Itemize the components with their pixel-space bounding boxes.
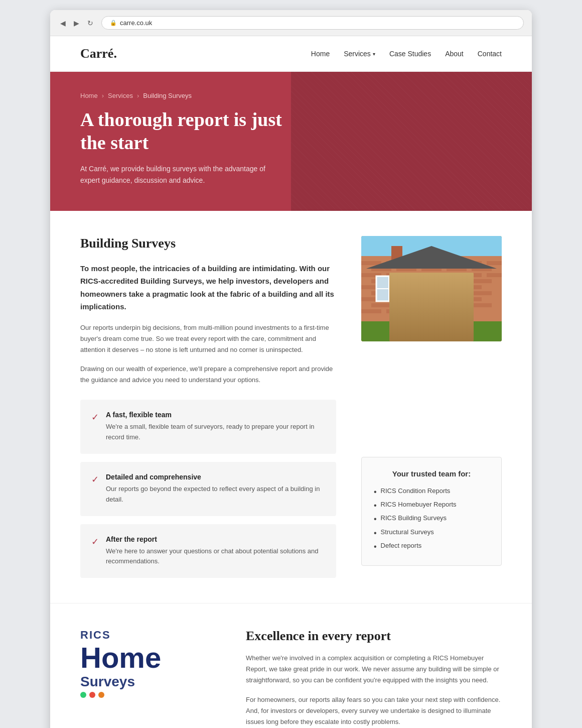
svg-rect-43 (447, 303, 467, 307)
breadcrumb-sep-1: › (102, 92, 104, 99)
feature-card-1-title: A fast, flexible team (106, 411, 325, 419)
svg-rect-27 (411, 285, 431, 289)
page-content: Carré. Home Services ▾ Case Studies Abou… (50, 36, 532, 728)
svg-rect-17 (436, 273, 457, 277)
svg-rect-34 (472, 291, 492, 295)
svg-rect-40 (371, 303, 391, 307)
rics-para2: For homeowners, our reports allay fears … (246, 694, 502, 727)
rics-para1: Whether we're involved in a complex acqu… (246, 653, 502, 686)
breadcrumb-sep-2: › (137, 92, 139, 99)
svg-rect-26 (386, 285, 406, 289)
svg-rect-31 (396, 291, 416, 295)
browser-window: ◀ ▶ ↻ 🔒 carre.co.uk Carré. Home Services… (50, 10, 532, 728)
rics-logo: RICS Home Surveys (80, 629, 221, 698)
feature-card-1-text: We're a small, flexible team of surveyor… (106, 422, 325, 443)
check-icon-1: ✓ (91, 412, 99, 443)
rics-content: Excellence in every report Whether we're… (246, 629, 502, 728)
svg-rect-32 (421, 291, 442, 295)
feature-card-3-title: After the report (106, 535, 325, 543)
svg-rect-24 (472, 279, 492, 283)
svg-rect-18 (462, 273, 482, 277)
right-column: Your trusted team for: RICS Condition Re… (361, 236, 502, 578)
svg-rect-23 (447, 279, 467, 283)
breadcrumb-current: Building Surveys (143, 92, 192, 99)
nav-services[interactable]: Services ▾ (344, 50, 375, 58)
trusted-list: RICS Condition Reports RICS Homebuyer Re… (374, 485, 489, 553)
rics-text-small: RICS (80, 629, 221, 642)
content-grid: Building Surveys To most people, the int… (80, 236, 502, 578)
svg-rect-16 (411, 273, 431, 277)
trusted-item-3: RICS Building Surveys (374, 512, 489, 526)
trusted-item-5: Defect reports (374, 540, 489, 553)
intro-bold-text: To most people, the intricacies of a bui… (80, 262, 336, 313)
main-content: Building Surveys To most people, the int… (50, 211, 532, 603)
rics-text-surveys: Surveys (80, 674, 221, 690)
feature-card-2-title: Detailed and comprehensive (106, 473, 325, 481)
url-text: carre.co.uk (120, 19, 152, 27)
nav-about[interactable]: About (445, 50, 464, 58)
main-nav: Home Services ▾ Case Studies About Conta… (311, 50, 502, 58)
address-bar[interactable]: 🔒 carre.co.uk (101, 16, 524, 30)
rics-text-large: Home (80, 642, 221, 674)
svg-rect-54 (436, 276, 462, 301)
section-title: Building Surveys (80, 236, 336, 251)
feature-card-2-content: Detailed and comprehensive Our reports g… (106, 473, 325, 505)
svg-rect-22 (421, 279, 442, 283)
svg-rect-28 (436, 285, 457, 289)
svg-rect-15 (386, 273, 406, 277)
check-icon-3: ✓ (91, 536, 99, 567)
svg-rect-33 (447, 291, 467, 295)
logo[interactable]: Carré. (80, 46, 117, 61)
back-button[interactable]: ◀ (58, 18, 68, 28)
rics-section: RICS Home Surveys Excellence in every re… (50, 603, 532, 728)
rics-dots (80, 692, 221, 698)
breadcrumb: Home › Services › Building Surveys (80, 92, 502, 99)
feature-card-1: ✓ A fast, flexible team We're a small, f… (80, 400, 336, 454)
hero-section: Home › Services › Building Surveys A tho… (50, 72, 532, 211)
svg-rect-45 (361, 309, 381, 313)
feature-card-3-text: We're here to answer your questions or c… (106, 546, 325, 567)
svg-rect-48 (436, 309, 457, 313)
svg-rect-41 (396, 303, 416, 307)
svg-rect-29 (462, 285, 482, 289)
feature-cards: ✓ A fast, flexible team We're a small, f… (80, 400, 336, 578)
feature-card-2: ✓ Detailed and comprehensive Our reports… (80, 462, 336, 516)
svg-rect-36 (386, 297, 406, 301)
trusted-item-2: RICS Homebuyer Reports (374, 499, 489, 512)
svg-rect-8 (487, 261, 502, 265)
left-column: Building Surveys To most people, the int… (80, 236, 336, 578)
svg-rect-57 (415, 294, 435, 316)
para1-text: Our reports underpin big decisions, from… (80, 322, 336, 355)
dot-green (80, 692, 86, 698)
hero-title: A thorough report is just the start (80, 108, 291, 154)
svg-rect-47 (411, 309, 431, 313)
trusted-item-4: Structural Surveys (374, 526, 489, 540)
trusted-box: Your trusted team for: RICS Condition Re… (361, 457, 502, 566)
hero-subtitle: At Carré, we provide building surveys wi… (80, 163, 271, 186)
svg-rect-44 (472, 303, 492, 307)
dot-orange (98, 692, 104, 698)
svg-rect-21 (396, 279, 416, 283)
browser-chrome: ◀ ▶ ↻ 🔒 carre.co.uk (50, 10, 532, 36)
lock-icon: 🔒 (110, 20, 117, 26)
breadcrumb-home[interactable]: Home (80, 92, 98, 99)
trusted-title: Your trusted team for: (374, 469, 489, 478)
services-dropdown-arrow: ▾ (373, 51, 375, 57)
forward-button[interactable]: ▶ (72, 18, 81, 28)
refresh-button[interactable]: ↻ (85, 18, 95, 28)
svg-rect-39 (462, 297, 482, 301)
breadcrumb-services[interactable]: Services (108, 92, 133, 99)
trusted-item-1: RICS Condition Reports (374, 485, 489, 499)
check-icon-2: ✓ (91, 474, 99, 505)
svg-rect-42 (421, 303, 442, 307)
svg-rect-46 (386, 309, 406, 313)
feature-card-2-text: Our reports go beyond the expected to re… (106, 484, 325, 505)
nav-contact[interactable]: Contact (478, 50, 502, 58)
rics-content-title: Excellence in every report (246, 629, 502, 644)
svg-point-58 (431, 304, 434, 307)
feature-card-3-content: After the report We're here to answer yo… (106, 535, 325, 567)
nav-case-studies[interactable]: Case Studies (389, 50, 431, 58)
nav-home[interactable]: Home (311, 50, 330, 58)
dot-red (89, 692, 95, 698)
feature-card-3: ✓ After the report We're here to answer … (80, 524, 336, 578)
